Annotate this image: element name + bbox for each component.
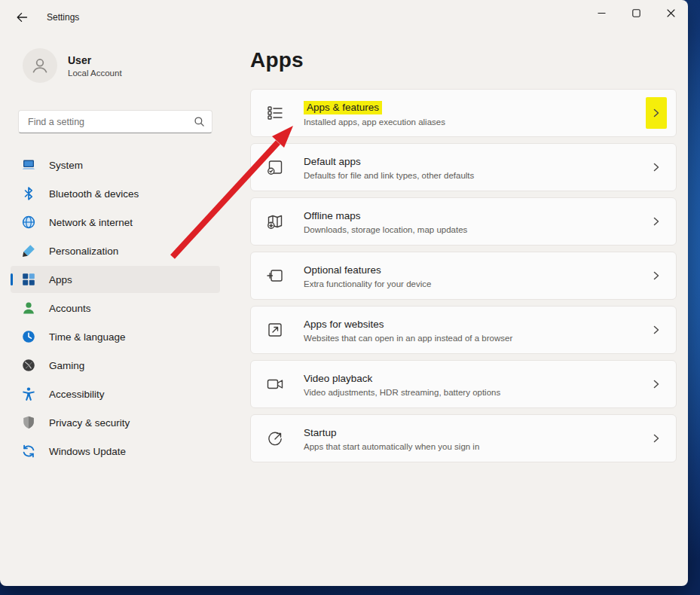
offline-maps-icon [266,212,284,230]
title-bar: Settings [0,0,688,35]
desktop-background: Settings [0,0,700,595]
search-input[interactable] [18,110,212,133]
sidebar-item-accounts[interactable]: Accounts [11,294,220,322]
search-icon [194,116,205,127]
settings-card-video-playback[interactable]: Video playback Video adjustments, HDR st… [250,360,677,408]
user-avatar-icon [30,56,50,75]
sidebar-item-time-language[interactable]: Time & language [11,323,220,350]
sidebar-item-label: Accounts [49,303,91,314]
card-text: Startup Apps that start automatically wh… [304,426,646,451]
sidebar-item-gaming[interactable]: Gaming [11,352,220,379]
card-text: Apps for websites Websites that can open… [304,317,646,343]
settings-card-apps-features[interactable]: Apps & features Installed apps, app exec… [250,89,677,137]
bluetooth-icon [21,186,36,201]
card-subtitle: Websites that can open in an app instead… [304,334,646,343]
sidebar-item-label: Gaming [49,360,84,371]
chevron-right-icon [646,260,667,291]
card-subtitle: Extra functionality for your device [304,279,646,288]
window-title: Settings [47,12,79,23]
video-playback-icon [266,375,284,393]
sidebar-item-accessibility[interactable]: Accessibility [11,380,220,407]
apps-for-websites-icon [266,321,284,339]
chevron-right-icon [646,97,667,129]
chevron-right-icon [646,151,667,183]
brush-icon [21,243,36,258]
chevron-right-icon [646,314,667,346]
card-text: Video playback Video adjustments, HDR st… [304,371,646,397]
refresh-arrows-icon [21,444,36,459]
card-subtitle: Downloads, storage location, map updates [304,225,646,234]
user-account-type: Local Account [68,69,122,78]
user-name: User [68,54,122,66]
accessibility-person-icon [21,386,36,401]
settings-card-apps-for-websites[interactable]: Apps for websites Websites that can open… [250,306,677,354]
page-title: Apps [250,48,688,72]
card-subtitle: Installed apps, app execution aliases [304,117,646,127]
window-controls [584,0,688,26]
sidebar-nav: System Bluetooth & devices Network & int… [0,151,231,465]
card-title: Default apps [304,156,361,167]
settings-card-offline-maps[interactable]: Offline maps Downloads, storage location… [250,197,677,246]
maximize-button[interactable] [619,0,653,26]
main-content: Apps Apps & features Installed apps, app… [250,35,688,586]
apps-features-icon [266,104,284,122]
clock-icon [21,329,36,344]
settings-card-startup[interactable]: Startup Apps that start automatically wh… [250,414,677,462]
back-arrow-icon [16,11,28,23]
settings-card-list: Apps & features Installed apps, app exec… [250,89,677,462]
globe-icon [21,215,36,230]
card-subtitle: Defaults for file and link types, other … [304,171,646,180]
sidebar-item-network-internet[interactable]: Network & internet [11,209,220,236]
settings-window: Settings [0,0,688,586]
card-title: Offline maps [304,210,361,221]
maximize-icon [632,9,640,17]
sidebar-item-system[interactable]: System [11,151,220,178]
sidebar-item-label: Network & internet [49,217,133,228]
card-title: Optional features [304,264,381,276]
card-subtitle: Video adjustments, HDR streaming, batter… [304,388,646,397]
settings-card-optional-features[interactable]: Optional features Extra functionality fo… [250,252,677,300]
card-subtitle: Apps that start automatically when you s… [304,442,646,451]
sidebar-item-label: Personalization [49,246,118,257]
back-button[interactable] [11,6,33,29]
close-button[interactable] [653,0,688,26]
xbox-icon [21,358,36,373]
chevron-right-icon [646,206,667,237]
minimize-icon [598,9,606,17]
sidebar-item-apps[interactable]: Apps [11,266,220,293]
card-title: Video playback [304,373,372,384]
sidebar-item-personalization[interactable]: Personalization [11,237,220,264]
sidebar-item-bluetooth-devices[interactable]: Bluetooth & devices [11,180,220,207]
sidebar-item-label: Privacy & security [49,417,130,429]
shield-icon [21,415,36,430]
close-icon [667,9,675,17]
card-text: Default apps Defaults for file and link … [304,154,646,180]
chevron-right-icon [646,368,667,400]
avatar [23,48,57,83]
card-title: Startup [304,427,337,438]
sidebar-item-privacy-security[interactable]: Privacy & security [11,409,220,436]
user-account-block[interactable]: User Local Account [0,35,231,95]
card-text: Optional features Extra functionality fo… [304,263,646,288]
chevron-right-icon [646,423,667,454]
settings-card-default-apps[interactable]: Default apps Defaults for file and link … [250,143,677,191]
user-info: User Local Account [68,54,122,78]
sidebar-item-label: Windows Update [49,446,126,457]
sidebar-item-label: Accessibility [49,389,105,400]
system-icon [21,157,36,172]
sidebar-item-label: Apps [49,274,72,285]
optional-features-icon [266,267,284,285]
default-apps-icon [266,158,284,176]
sidebar-item-label: System [49,160,83,171]
minimize-button[interactable] [584,0,619,26]
search-box [18,110,212,133]
sidebar-item-label: Time & language [49,331,126,343]
sidebar-item-label: Bluetooth & devices [49,188,139,200]
sidebar-item-windows-update[interactable]: Windows Update [11,438,220,465]
card-text: Offline maps Downloads, storage location… [304,209,646,234]
sidebar: User Local Account System [0,35,231,586]
person-icon [21,301,36,316]
card-title: Apps for websites [304,319,384,330]
card-title: Apps & features [304,101,382,114]
card-text: Apps & features Installed apps, app exec… [304,100,646,127]
